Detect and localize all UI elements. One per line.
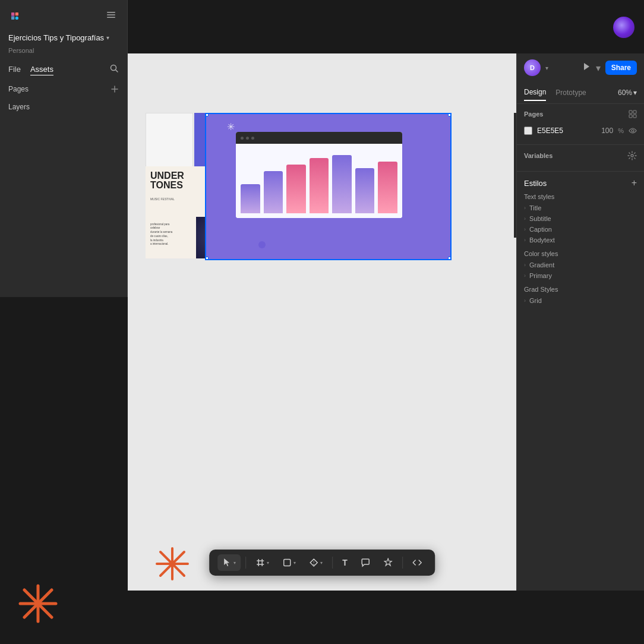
style-chevron-icon-4: › — [524, 237, 526, 243]
shape-tool-icon — [282, 558, 292, 567]
sidebar-section-pages[interactable]: Pages — [0, 80, 127, 98]
browser-dot-2 — [246, 137, 249, 140]
pages-grid-icon[interactable] — [629, 110, 637, 118]
text-style-bodytext[interactable]: › Bodytext — [524, 235, 637, 245]
color-style-gradient[interactable]: › Gradient — [524, 260, 637, 270]
cursor-tool-icon — [222, 558, 232, 567]
right-panel-header: D ▾ ▾ Share — [517, 53, 644, 82]
toolbar-divider-2 — [332, 557, 333, 569]
tab-prototype[interactable]: Prototype — [555, 85, 586, 100]
svg-rect-26 — [633, 111, 636, 113]
variables-title-text: Variables — [524, 152, 553, 159]
selection-handle-br[interactable] — [448, 257, 452, 260]
chevron-down-icon: ▾ — [106, 34, 109, 41]
asterisk-svg — [154, 546, 190, 582]
tab-design[interactable]: Design — [524, 84, 546, 101]
tool-text[interactable]: T — [337, 554, 352, 571]
user-avatar — [613, 17, 634, 38]
svg-line-9 — [116, 70, 118, 72]
tool-comment[interactable] — [356, 554, 375, 571]
zoom-indicator[interactable]: 60% ▾ — [618, 89, 637, 97]
asterisk-bottom-decoration — [151, 543, 193, 585]
asterisk-bottom-svg — [18, 583, 58, 624]
variables-settings-icon[interactable] — [627, 151, 637, 160]
page-item-1[interactable]: E5E5E5 100 % — [524, 123, 637, 138]
variables-panel-section: Variables — [517, 145, 644, 172]
svg-point-30 — [631, 154, 633, 157]
text-style-subtitle[interactable]: › Subtitle — [524, 213, 637, 224]
text-style-name-3: Caption — [529, 226, 552, 233]
selected-frame[interactable]: ✳ — [205, 113, 452, 260]
share-button[interactable]: Share — [605, 61, 637, 75]
page-visibility-icon[interactable] — [629, 125, 637, 136]
figma-logo[interactable] — [8, 10, 21, 23]
svg-point-3 — [15, 17, 18, 20]
svg-rect-27 — [629, 115, 632, 118]
tool-code[interactable] — [408, 554, 427, 571]
grad-chevron-icon-1: › — [524, 298, 526, 304]
user-avatar-d: D — [524, 59, 541, 76]
svg-rect-5 — [107, 12, 115, 13]
pages-section-icons — [629, 110, 637, 118]
chart-bar-2 — [264, 171, 283, 213]
search-icon[interactable] — [109, 64, 119, 75]
project-subtitle: Personal — [0, 46, 127, 59]
tool-effects[interactable] — [378, 554, 397, 571]
tool-pen[interactable]: ▾ — [304, 554, 327, 571]
tool-select[interactable]: ▾ — [217, 554, 241, 571]
estilos-header: Estilos + — [524, 178, 637, 188]
color-styles-subtitle: Color styles — [524, 250, 637, 257]
color-chevron-icon-2: › — [524, 273, 526, 279]
sidebar-tab-file[interactable]: File — [8, 64, 21, 75]
svg-rect-7 — [107, 17, 115, 18]
text-style-title[interactable]: › Title — [524, 203, 637, 213]
text-tool-icon: T — [342, 558, 348, 567]
cursor-icon — [435, 259, 449, 260]
sidebar-section-layers[interactable]: Layers — [0, 98, 127, 116]
pages-section-title: Pages — [524, 110, 637, 118]
svg-rect-4 — [11, 12, 14, 20]
frame-browser — [236, 132, 402, 218]
grad-style-grid[interactable]: › Grid — [524, 295, 637, 306]
browser-dot-3 — [251, 137, 254, 140]
frame-content: ✳ — [206, 114, 450, 259]
asterisk-bottom-left — [18, 583, 58, 626]
pages-panel-section: Pages E5E5E5 100 % — [517, 104, 644, 145]
asterisk-frame-icon: ✳ — [227, 121, 235, 132]
pages-title-text: Pages — [524, 111, 543, 118]
selection-handle-tl[interactable] — [205, 113, 209, 116]
text-style-caption[interactable]: › Caption — [524, 224, 637, 235]
sidebar-tabs: File Assets — [0, 59, 127, 80]
tool-shape[interactable]: ▾ — [277, 554, 301, 571]
circle-decoration — [258, 241, 266, 248]
text-styles-subtitle: Text styles — [524, 193, 637, 200]
sidebar-header — [0, 0, 127, 30]
comment-tool-icon — [361, 558, 370, 567]
figma-icon — [8, 10, 21, 23]
selection-handle-tr[interactable] — [448, 113, 452, 116]
color-style-name-2: Primary — [529, 272, 552, 279]
play-button[interactable] — [582, 62, 591, 74]
add-page-icon[interactable] — [111, 85, 119, 93]
sidebar-toggle-icon[interactable] — [103, 7, 119, 25]
svg-marker-17 — [224, 558, 229, 566]
estilos-title-text: Estilos — [524, 179, 547, 188]
chart-bar-6 — [355, 168, 375, 213]
pen-tool-icon — [309, 558, 318, 567]
project-title[interactable]: Ejercicios Tips y Tipografías ▾ — [8, 33, 109, 42]
color-chevron-icon-1: › — [524, 262, 526, 268]
color-style-primary[interactable]: › Primary — [524, 270, 637, 281]
svg-marker-24 — [584, 63, 589, 70]
zoom-value: 60% — [618, 89, 632, 97]
add-style-icon[interactable]: + — [632, 178, 637, 188]
toolbar-divider-3 — [402, 557, 403, 569]
style-chevron-icon-3: › — [524, 226, 526, 232]
tool-frame[interactable]: ▾ — [251, 554, 274, 571]
sidebar-tab-assets[interactable]: Assets — [30, 64, 53, 75]
frame-chevron-icon: ▾ — [267, 560, 269, 566]
layers-label: Layers — [8, 103, 30, 111]
text-style-name-2: Subtitle — [529, 215, 551, 222]
avatar-chevron-icon: ▾ — [545, 65, 548, 71]
right-panel: D ▾ ▾ Share Design Prototype 60% ▾ Pages — [516, 53, 644, 644]
selection-handle-bl[interactable] — [205, 257, 209, 260]
